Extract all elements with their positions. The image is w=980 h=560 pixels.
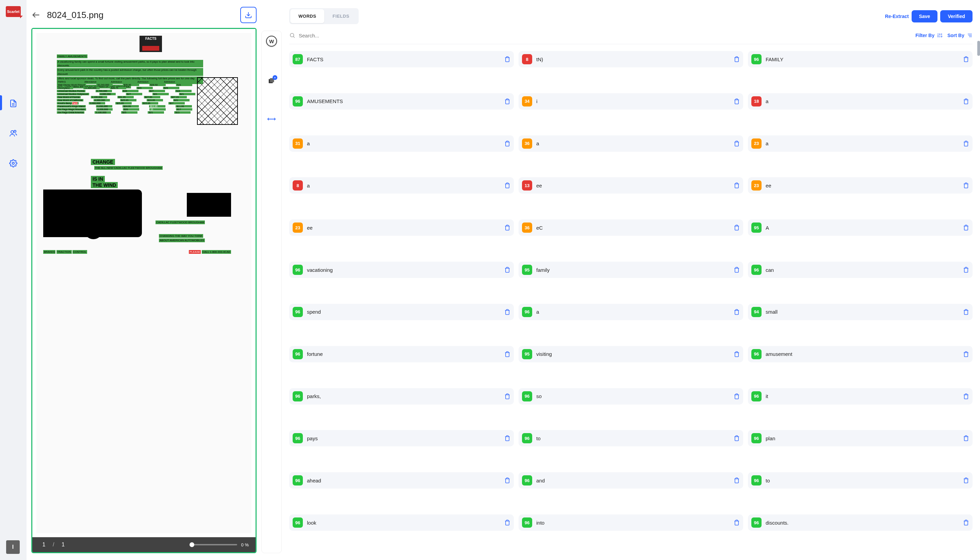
word-card[interactable]: 95 A — [748, 220, 973, 236]
word-text: eC — [536, 225, 730, 231]
word-card[interactable]: 13 ee — [518, 177, 743, 193]
delete-word-button[interactable] — [733, 140, 740, 147]
delete-word-button[interactable] — [733, 225, 740, 231]
word-card[interactable]: 34 i — [518, 93, 743, 110]
zoom-slider[interactable] — [190, 544, 237, 545]
word-card[interactable]: 96 amusement — [748, 346, 973, 362]
delete-word-button[interactable] — [963, 435, 969, 441]
word-card[interactable]: 36 eC — [518, 220, 743, 236]
word-card[interactable]: 96 plan — [748, 430, 973, 447]
filter-by-button[interactable]: Filter By — [915, 33, 943, 38]
word-card[interactable]: 96 FAMILY — [748, 51, 973, 67]
word-card[interactable]: 96 and — [518, 472, 743, 488]
verified-button[interactable]: Verified — [940, 10, 973, 22]
word-card[interactable]: 96 so — [518, 388, 743, 405]
word-card[interactable]: 96 AMUSEMENTS — [289, 93, 514, 110]
word-card[interactable]: 8 tN) — [518, 51, 743, 67]
delete-word-button[interactable] — [963, 351, 969, 357]
word-card[interactable]: 96 discounts. — [748, 514, 973, 531]
word-card[interactable]: 96 fortune — [289, 346, 514, 362]
re-extract-link[interactable]: Re-Extract — [885, 13, 909, 19]
back-arrow-icon[interactable] — [31, 10, 41, 20]
add-layer-button[interactable]: + — [268, 77, 275, 85]
delete-word-button[interactable] — [504, 182, 510, 188]
delete-word-button[interactable] — [963, 225, 969, 231]
wind-word: THE WIND — [91, 182, 118, 188]
scrollbar-thumb[interactable] — [977, 41, 980, 56]
word-card[interactable]: 95 visiting — [518, 346, 743, 362]
word-mode-button[interactable]: W — [266, 36, 277, 47]
save-button[interactable]: Save — [912, 10, 938, 22]
word-card[interactable]: 23 ee — [289, 220, 514, 236]
word-card[interactable]: 94 small — [748, 304, 973, 320]
delete-word-button[interactable] — [733, 267, 740, 273]
word-card[interactable]: 8 a — [289, 177, 514, 193]
delete-word-button[interactable] — [733, 393, 740, 399]
delete-word-button[interactable] — [504, 351, 510, 357]
delete-word-button[interactable] — [963, 309, 969, 315]
word-card[interactable]: 96 vacationing — [289, 262, 514, 278]
resize-arrows-icon[interactable]: ⟷ — [267, 115, 276, 123]
word-card[interactable]: 23 a — [748, 135, 973, 152]
delete-word-button[interactable] — [504, 267, 510, 273]
search-input[interactable] — [299, 33, 911, 38]
delete-word-button[interactable] — [504, 140, 510, 147]
download-button[interactable] — [240, 7, 257, 23]
word-card[interactable]: 96 parks, — [289, 388, 514, 405]
confidence-badge: 96 — [293, 475, 303, 485]
confidence-badge: 96 — [751, 265, 762, 275]
keyboard-shortcut-badge[interactable]: I — [6, 540, 20, 554]
delete-word-button[interactable] — [963, 520, 969, 526]
delete-word-button[interactable] — [733, 56, 740, 62]
word-card[interactable]: 87 FACTS — [289, 51, 514, 67]
delete-word-button[interactable] — [504, 225, 510, 231]
delete-word-button[interactable] — [733, 309, 740, 315]
tab-words[interactable]: WORDS — [290, 9, 324, 23]
delete-word-button[interactable] — [963, 182, 969, 188]
delete-word-button[interactable] — [733, 182, 740, 188]
delete-word-button[interactable] — [733, 520, 740, 526]
delete-word-button[interactable] — [963, 56, 969, 62]
documents-icon[interactable] — [8, 99, 18, 108]
delete-word-button[interactable] — [963, 140, 969, 147]
word-card[interactable]: 23 ee — [748, 177, 973, 193]
tab-fields[interactable]: FIELDS — [324, 9, 357, 23]
delete-word-button[interactable] — [733, 477, 740, 483]
word-card[interactable]: 96 a — [518, 304, 743, 320]
delete-word-button[interactable] — [504, 393, 510, 399]
delete-word-button[interactable] — [504, 98, 510, 105]
word-card[interactable]: 96 pays — [289, 430, 514, 447]
delete-word-button[interactable] — [504, 520, 510, 526]
document-page[interactable]: FACTS FAMILY AMUSEMENTS A vacationing fa… — [32, 29, 255, 537]
word-card[interactable]: 96 into — [518, 514, 743, 531]
delete-word-button[interactable] — [504, 435, 510, 441]
sort-icon — [967, 33, 973, 38]
word-card[interactable]: 96 look — [289, 514, 514, 531]
page-current[interactable]: 1 — [39, 542, 49, 548]
word-text: to — [766, 478, 959, 483]
word-card[interactable]: 96 to — [748, 472, 973, 488]
sort-by-button[interactable]: Sort By — [947, 33, 973, 38]
delete-word-button[interactable] — [733, 351, 740, 357]
users-icon[interactable] — [8, 128, 18, 138]
word-card[interactable]: 96 to — [518, 430, 743, 447]
word-card[interactable]: 96 spend — [289, 304, 514, 320]
delete-word-button[interactable] — [963, 393, 969, 399]
word-card[interactable]: 96 ahead — [289, 472, 514, 488]
delete-word-button[interactable] — [963, 267, 969, 273]
settings-icon[interactable] — [8, 158, 18, 168]
delete-word-button[interactable] — [733, 435, 740, 441]
delete-word-button[interactable] — [504, 309, 510, 315]
word-card[interactable]: 95 family — [518, 262, 743, 278]
delete-word-button[interactable] — [963, 98, 969, 105]
word-card[interactable]: 36 a — [518, 135, 743, 152]
delete-word-button[interactable] — [733, 98, 740, 105]
word-text: a — [536, 309, 730, 315]
delete-word-button[interactable] — [504, 477, 510, 483]
word-card[interactable]: 96 it — [748, 388, 973, 405]
word-card[interactable]: 96 can — [748, 262, 973, 278]
word-card[interactable]: 18 a — [748, 93, 973, 110]
delete-word-button[interactable] — [504, 56, 510, 62]
word-card[interactable]: 31 a — [289, 135, 514, 152]
delete-word-button[interactable] — [963, 477, 969, 483]
